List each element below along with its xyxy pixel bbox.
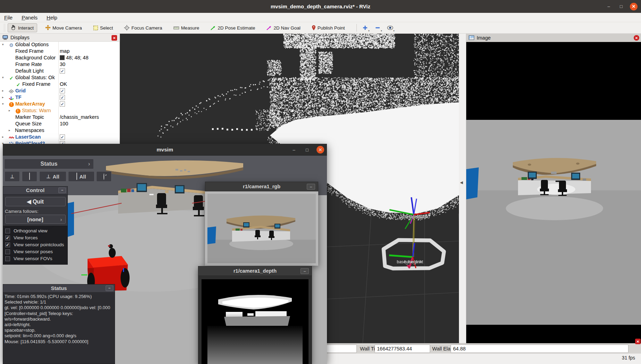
wall-elapsed-input[interactable] — [451, 345, 628, 353]
mvsim-control-header[interactable]: Control – — [3, 187, 67, 194]
checkbox-icon[interactable] — [5, 256, 10, 261]
mvsim-control-minimize-icon[interactable]: – — [58, 188, 66, 193]
row-checkbox[interactable]: ✓ — [60, 68, 65, 74]
tool-measure[interactable]: Measure — [170, 24, 203, 32]
mvsim-option-view-sensor-fovs[interactable]: View sensor FOVs — [3, 255, 67, 262]
displays-row-marker-topic[interactable]: Marker Topic/chassis_markers — [0, 114, 120, 121]
mvsim-option-view-sensor-pointclouds[interactable]: ✓View sensor pointclouds — [3, 241, 67, 248]
chevron-down-icon[interactable]: ▾ — [2, 43, 4, 46]
row-value[interactable]: OK — [60, 81, 67, 87]
mvsim-toolbar-dock-button[interactable]: ⊥ — [5, 171, 20, 182]
tool-publish-point[interactable]: Publish Point — [309, 24, 348, 32]
mvsim-titlebar[interactable]: mvsim – □ ✕ — [3, 144, 327, 156]
chevron-right-icon[interactable]: ▸ — [2, 135, 4, 139]
time-panel-close-icon[interactable]: ✕ — [635, 339, 641, 344]
remove-display-button[interactable]: ▾ — [373, 23, 383, 32]
chevron-down-icon[interactable]: ▾ — [2, 76, 4, 79]
close-icon[interactable]: ✕ — [630, 3, 638, 10]
checkbox-icon[interactable] — [5, 249, 10, 254]
option-label: View sensor FOVs — [14, 256, 52, 261]
tool-2d-pose-estimate[interactable]: 2D Pose Estimate — [207, 24, 258, 32]
mvsim-option-view-forces[interactable]: ✓View forces — [3, 234, 67, 241]
mvsim-close-icon[interactable]: ✕ — [317, 146, 324, 154]
mvsim-toolbar-window-button[interactable] — [22, 171, 37, 182]
chevron-down-icon[interactable]: ▾ — [2, 102, 4, 106]
camera-rgb-titlebar[interactable]: r1/camera1_rgb – — [205, 182, 318, 191]
row-value[interactable]: /chassis_markers — [60, 114, 99, 120]
camera-depth-titlebar[interactable]: r1/camera1_depth – — [198, 266, 312, 276]
mvsim-toolbar-button-label: All — [79, 174, 86, 180]
row-checkbox[interactable]: ✓ — [60, 95, 65, 100]
displays-panel-header[interactable]: Displays ✕ — [0, 34, 120, 42]
row-value[interactable]: 48; 48; 48 — [60, 55, 89, 60]
toolbar: InteractMove CameraSelectFocus CameraMea… — [0, 22, 641, 34]
row-value[interactable]: 100 — [60, 121, 68, 126]
mvsim-option-orthogonal-view[interactable]: Orthogonal view — [3, 228, 67, 234]
mvsim-status-panel-title: Status — [51, 285, 67, 291]
tool-select[interactable]: Select — [90, 24, 116, 32]
chevron-right-icon[interactable]: ▸ — [9, 129, 10, 132]
mvsim-toolbar-button-label: All — [53, 174, 59, 180]
image-panel-close-icon[interactable]: ✕ — [634, 35, 639, 41]
add-display-button[interactable]: ▾ — [360, 23, 370, 32]
row-checkbox[interactable]: ✓ — [60, 101, 65, 107]
menu-file[interactable]: File — [4, 15, 13, 20]
menu-panels[interactable]: Panels — [22, 15, 38, 20]
displays-row-namespaces[interactable]: ▸Namespaces — [0, 127, 120, 134]
visibility-button[interactable]: ▾ — [385, 23, 395, 32]
mvsim-status-minimize-icon[interactable]: – — [106, 286, 113, 291]
camera-rgb-minimize-icon[interactable]: – — [307, 184, 315, 190]
displays-row-status-warn[interactable]: ▸!Status: Warn — [0, 108, 120, 114]
displays-row-grid[interactable]: ▸Grid✓ — [0, 88, 120, 94]
menu-help[interactable]: Help — [47, 15, 57, 20]
displays-row-laserscan[interactable]: ▸LaserScan✓ — [0, 134, 120, 141]
mvsim-quit-button[interactable]: ◀ Quit — [5, 197, 66, 206]
mvsim-option-view-sensor-poses[interactable]: View sensor poses — [3, 248, 67, 255]
displays-row-frame-rate[interactable]: Frame Rate30 — [0, 61, 120, 68]
checkbox-icon[interactable]: ✓ — [5, 242, 10, 247]
displays-row-queue-size[interactable]: Queue Size100 — [0, 121, 120, 127]
tool-focus-camera[interactable]: Focus Camera — [121, 24, 165, 32]
tool-2d-nav-goal[interactable]: 2D Nav Goal — [263, 24, 303, 32]
displays-row-global-status-ok[interactable]: ▾✓Global Status: Ok — [0, 75, 120, 81]
image-panel-header[interactable]: Image ✕ — [466, 34, 641, 42]
wall-time-input[interactable] — [375, 345, 430, 353]
checkbox-icon[interactable] — [5, 229, 10, 233]
displays-row-fixed-frame[interactable]: Fixed Framemap — [0, 48, 120, 55]
maximize-icon[interactable]: □ — [617, 3, 625, 10]
window-icon — [76, 174, 77, 180]
camera-depth-minimize-icon[interactable]: – — [301, 268, 309, 274]
row-value[interactable]: 30 — [60, 61, 65, 67]
mvsim-status-panel-header[interactable]: Status – — [3, 284, 115, 292]
tf-icon — [8, 95, 14, 101]
row-value[interactable]: map — [60, 48, 69, 54]
checkbox-icon[interactable]: ✓ — [5, 235, 10, 240]
displays-row-tf[interactable]: ▸TF✓ — [0, 94, 120, 101]
scene-hanging-sign — [551, 172, 557, 174]
row-checkbox[interactable]: ✓ — [60, 134, 65, 140]
displays-row-fixed-frame[interactable]: ✓Fixed FrameOK — [0, 81, 120, 88]
tool-move-camera[interactable]: Move Camera — [42, 24, 85, 32]
check-icon: ✓ — [8, 75, 14, 81]
mvsim-toolbar-dock-all-button[interactable]: ⊥All — [39, 171, 66, 182]
mvsim-status-button[interactable]: Status › — [4, 159, 94, 169]
chevron-right-icon[interactable]: ▸ — [9, 109, 10, 112]
displays-close-icon[interactable]: ✕ — [112, 35, 117, 41]
right-splitter-handle[interactable]: ◀ — [460, 180, 463, 185]
mvsim-camera-follows-select[interactable]: [none] › — [5, 215, 66, 224]
mvsim-minimize-icon[interactable]: – — [290, 146, 298, 154]
displays-row-global-options[interactable]: ▾⚙Global Options — [0, 42, 120, 48]
mvsim-toolbar-window-all-button[interactable]: All — [68, 171, 94, 182]
displays-row-markerarray[interactable]: ▾!MarkerArray✓ — [0, 101, 120, 108]
image-icon — [469, 35, 474, 40]
mvsim-maximize-icon[interactable]: □ — [303, 146, 311, 154]
displays-row-background-color[interactable]: Background Color48; 48; 48 — [0, 55, 120, 61]
row-checkbox[interactable]: ✓ — [60, 88, 65, 93]
displays-row-default-light[interactable]: Default Light✓ — [0, 68, 120, 75]
mvsim-toolbar-clock-button[interactable] — [96, 171, 112, 182]
chevron-right-icon[interactable]: ▸ — [2, 89, 4, 92]
mvsim-status-button-label: Status — [41, 161, 58, 167]
minimize-icon[interactable]: – — [605, 3, 613, 10]
chevron-right-icon[interactable]: ▸ — [2, 96, 4, 99]
tool-interact[interactable]: Interact — [8, 23, 37, 32]
